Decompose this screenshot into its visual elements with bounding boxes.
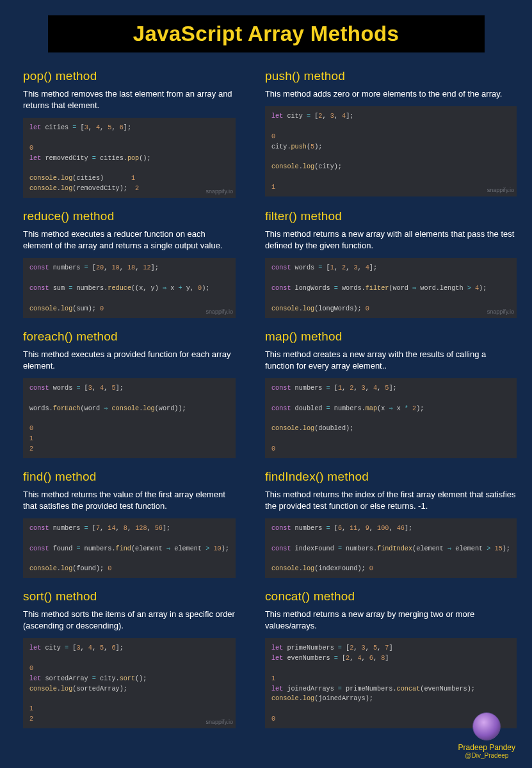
method-desc: This method executes a reducer function …	[23, 228, 236, 252]
code-snippet: let city = [2, 3, 4]; 0 city.push(5); co…	[265, 106, 517, 196]
method-block: push() methodThis method adds zero or mo…	[265, 69, 517, 198]
code-snippet: const numbers = [7, 14, 8, 128, 56]; con…	[23, 518, 236, 578]
watermark: snappify.io	[206, 718, 233, 727]
method-title: findIndex() method	[265, 470, 517, 484]
author-name: Pradeep Pandey	[458, 743, 515, 752]
method-desc: This method returns the value of the fir…	[23, 489, 236, 512]
watermark: snappify.io	[206, 188, 233, 196]
method-title: concat() method	[265, 589, 517, 604]
code-snippet: const words = [3, 4, 5]; words.forEach(w…	[23, 378, 236, 458]
method-title: pop() method	[23, 69, 236, 83]
watermark: snappify.io	[487, 186, 514, 195]
method-title: reduce() method	[23, 209, 236, 223]
title-bar: JavaScript Array Methods	[48, 15, 485, 52]
method-block: find() methodThis method returns the val…	[23, 470, 236, 578]
method-block: map() methodThis method creates a new ar…	[265, 330, 517, 458]
methods-grid: pop() methodThis method removes the last…	[18, 69, 514, 728]
page-title: JavaScript Array Methods	[48, 22, 485, 46]
watermark: snappify.io	[487, 308, 514, 317]
code-snippet: let city = [3, 4, 5, 6]; 0 let sortedArr…	[23, 638, 236, 728]
method-desc: This method removes the last element fro…	[23, 88, 236, 111]
code-snippet: const words = [1, 2, 3, 4]; const longWo…	[265, 258, 517, 317]
avatar	[472, 712, 501, 740]
watermark: snappify.io	[206, 308, 233, 317]
code-snippet: const numbers = [1, 2, 3, 4, 5]; const d…	[265, 378, 517, 458]
method-desc: This method sorts the items of an array …	[23, 609, 236, 632]
author-card: Pradeep Pandey @Div_Pradeep	[458, 712, 515, 759]
method-title: sort() method	[23, 589, 236, 604]
code-snippet: const numbers = [6, 11, 9, 100, 46]; con…	[265, 518, 517, 578]
page: JavaScript Array Methods pop() methodThi…	[0, 0, 532, 728]
method-desc: This method returns a new array with all…	[265, 228, 517, 252]
method-desc: This method returns a new array by mergi…	[265, 609, 517, 632]
code-snippet: const numbers = [20, 10, 18, 12]; const …	[23, 258, 236, 317]
method-block: sort() methodThis method sorts the items…	[23, 589, 236, 728]
method-title: find() method	[23, 470, 236, 484]
code-snippet: let cities = [3, 4, 5, 6]; 0 let removed…	[23, 118, 236, 198]
method-desc: This method adds zero or more elements t…	[265, 88, 517, 100]
method-block: filter() methodThis method returns a new…	[265, 209, 517, 317]
method-title: filter() method	[265, 209, 517, 223]
method-block: reduce() methodThis method executes a re…	[23, 209, 236, 317]
method-block: pop() methodThis method removes the last…	[23, 69, 236, 198]
method-block: concat() methodThis method returns a new…	[265, 589, 517, 728]
method-desc: This method returns the index of the fir…	[265, 489, 517, 512]
method-title: map() method	[265, 330, 517, 344]
method-title: push() method	[265, 69, 517, 83]
method-title: foreach() method	[23, 330, 236, 344]
method-block: findIndex() methodThis method returns th…	[265, 470, 517, 578]
method-block: foreach() methodThis method executes a p…	[23, 330, 236, 458]
method-desc: This method creates a new array with the…	[265, 349, 517, 372]
method-desc: This method executes a provided function…	[23, 349, 236, 372]
author-handle: @Div_Pradeep	[458, 752, 515, 759]
